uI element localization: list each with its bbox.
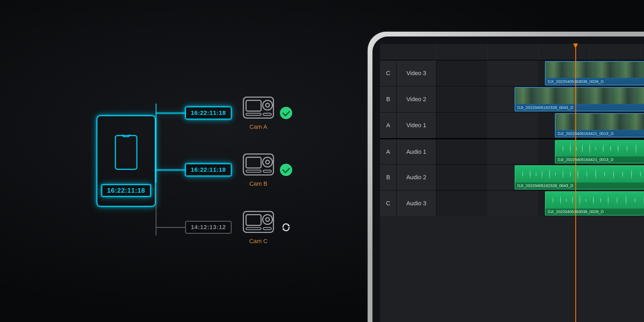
- track-letter: B: [380, 164, 397, 190]
- svg-point-8: [263, 157, 272, 167]
- phone-icon: [115, 135, 137, 170]
- track-letter: A: [380, 139, 397, 164]
- cam-a-timecode: 16:22:11:18: [185, 107, 232, 119]
- clip-waveform: [555, 141, 644, 156]
- svg-rect-16: [246, 228, 261, 230]
- svg-point-15: [266, 218, 269, 221]
- sync-icon: [280, 221, 292, 233]
- track-lane[interactable]: DJI_20220405163421_0013_D: [436, 139, 644, 164]
- clip-filename: DJI_20220405163038_0028_D: [546, 208, 644, 215]
- svg-rect-13: [246, 215, 261, 225]
- audio-clip[interactable]: DJI_20220405162328_0043_D: [515, 165, 644, 189]
- cam-b-label: Cam B: [242, 180, 275, 187]
- branch-cam-c: 14:12:13:12 Cam C: [156, 210, 292, 245]
- clip-thumbnail: [555, 114, 644, 130]
- svg-rect-7: [246, 157, 261, 168]
- video-editor: CVideo 3DJI_20220405163038_0028_DBVideo …: [380, 44, 644, 322]
- device-frame: CVideo 3DJI_20220405163038_0028_DBVideo …: [368, 32, 644, 322]
- track-row: AVideo 1DJI_20220405163421_0013_D: [380, 112, 644, 138]
- track-lane[interactable]: DJI_20220405162328_0043_D: [436, 86, 644, 112]
- track-name: Audio 3: [397, 191, 436, 216]
- cam-c-timecode: 14:12:13:12: [185, 221, 232, 234]
- video-clip[interactable]: DJI_20220405163038_0028_D: [545, 61, 644, 85]
- track-name: Audio 1: [397, 139, 436, 164]
- track-letter: C: [380, 191, 397, 216]
- clip-filename: DJI_20220405163421_0013_D: [555, 130, 644, 137]
- track-name: Video 3: [397, 60, 436, 86]
- clip-waveform: [546, 192, 644, 208]
- clip-waveform: [515, 166, 644, 182]
- camera-icon: Cam B: [242, 152, 275, 187]
- track-lane[interactable]: DJI_20220405163038_0028_D: [436, 60, 644, 86]
- svg-point-3: [266, 103, 269, 107]
- phone-master: 16:22:11:18: [97, 115, 156, 207]
- clip-thumbnail: [546, 62, 644, 78]
- track-row: CAudio 3DJI_20220405163038_0028_D: [380, 190, 644, 216]
- branch-cam-a: 16:22:11:18 Cam A: [156, 96, 292, 130]
- clip-thumbnail: [515, 88, 644, 104]
- svg-rect-4: [246, 113, 261, 115]
- device-bezel: CVideo 3DJI_20220405163038_0028_DBVideo …: [372, 36, 644, 322]
- camera-icon: Cam C: [242, 210, 275, 245]
- cam-c-label: Cam C: [242, 238, 275, 245]
- branch-cam-b: 16:22:11:18 Cam B: [156, 152, 292, 187]
- playhead[interactable]: [575, 44, 576, 322]
- timeline-ruler[interactable]: [380, 44, 644, 60]
- svg-point-2: [263, 100, 272, 110]
- track-row: BVideo 2DJI_20220405162328_0043_D: [380, 86, 644, 112]
- svg-rect-5: [263, 113, 271, 115]
- svg-point-14: [263, 215, 272, 224]
- track-letter: A: [380, 112, 397, 138]
- audio-clip[interactable]: DJI_20220405163421_0013_D: [555, 140, 644, 163]
- track-name: Audio 2: [397, 164, 436, 190]
- track-row: AAudio 1DJI_20220405163421_0013_D: [380, 138, 644, 164]
- check-icon: [280, 107, 292, 119]
- track-lane[interactable]: DJI_20220405162328_0043_D: [436, 164, 644, 190]
- audio-clip[interactable]: DJI_20220405163038_0028_D: [545, 191, 644, 215]
- video-clip[interactable]: DJI_20220405163421_0013_D: [555, 113, 644, 137]
- sync-diagram: 16:22:11:18 16:22:11:18 Cam A 16:22:11:1…: [0, 0, 322, 322]
- track-name: Video 2: [397, 86, 436, 112]
- track-letter: C: [380, 60, 397, 86]
- track-row: CVideo 3DJI_20220405163038_0028_D: [380, 60, 644, 86]
- cam-a-label: Cam A: [242, 123, 275, 130]
- svg-rect-17: [263, 228, 271, 230]
- clip-filename: DJI_20220405163421_0013_D: [555, 156, 644, 163]
- camera-icon: Cam A: [242, 96, 275, 130]
- track-lane[interactable]: DJI_20220405163421_0013_D: [436, 112, 644, 138]
- clip-filename: DJI_20220405162328_0043_D: [515, 182, 644, 189]
- svg-rect-1: [246, 100, 261, 111]
- track-name: Video 1: [397, 112, 436, 138]
- clip-filename: DJI_20220405163038_0028_D: [546, 78, 644, 85]
- video-clip[interactable]: DJI_20220405162328_0043_D: [515, 87, 644, 111]
- svg-rect-10: [246, 170, 261, 172]
- track-row: BAudio 2DJI_20220405162328_0043_D: [380, 164, 644, 190]
- svg-rect-11: [263, 170, 271, 172]
- track-lane[interactable]: DJI_20220405163038_0028_D: [436, 191, 644, 216]
- track-letter: B: [380, 86, 397, 112]
- clip-filename: DJI_20220405162328_0043_D: [515, 104, 644, 111]
- master-timecode: 16:22:11:18: [101, 184, 151, 197]
- tracks-container: CVideo 3DJI_20220405163038_0028_DBVideo …: [380, 60, 644, 216]
- svg-point-9: [266, 160, 269, 164]
- cam-b-timecode: 16:22:11:18: [185, 163, 232, 176]
- check-icon: [280, 164, 292, 176]
